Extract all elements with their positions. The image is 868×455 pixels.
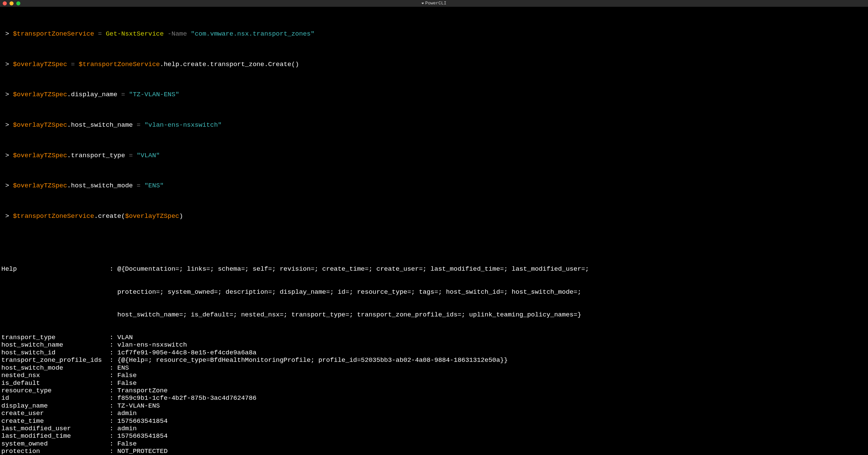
window-title: ❤ PowerCLI [421, 1, 446, 6]
output-kv-line: create_time : 1575663541854 [1, 417, 867, 425]
output-kv-line: last_modified_time : 1575663541854 [1, 432, 867, 440]
command-line: > $transportZoneService.create($overlayT… [1, 212, 867, 220]
close-button[interactable] [3, 1, 7, 5]
window-controls [3, 1, 20, 5]
heart-icon: ❤ [421, 1, 424, 6]
window-titlebar: ❤ PowerCLI [0, 0, 868, 7]
command-line: > $overlayTZSpec = $transportZoneService… [1, 61, 867, 68]
title-text: PowerCLI [425, 1, 446, 6]
output-kv-line: system_owned : False [1, 440, 867, 448]
output-kv-line: is_default : False [1, 379, 867, 387]
command-line: > $transportZoneService = Get-NsxtServic… [1, 30, 867, 38]
command-line: > $overlayTZSpec.transport_type = "VLAN" [1, 152, 867, 159]
output-kv-line: transport_type : VLAN [1, 334, 867, 341]
output-kv-line: id : f859c9b1-1cfe-4b2f-875b-3ac4d762478… [1, 394, 867, 402]
output-kv-line: host_switch_mode : ENS [1, 364, 867, 372]
command-line: > $overlayTZSpec.display_name = "TZ-VLAN… [1, 91, 867, 98]
output-kv-line: host_switch_id : 1cf7fe91-905e-44c8-8e15… [1, 349, 867, 356]
output-block: Help : @{Documentation=; links=; schema=… [1, 250, 867, 455]
output-line: Help : @{Documentation=; links=; schema=… [1, 265, 867, 273]
terminal-content[interactable]: > $transportZoneService = Get-NsxtServic… [0, 7, 868, 455]
output-kv-line: last_modified_user : admin [1, 425, 867, 432]
command-line: > $overlayTZSpec.host_switch_mode = "ENS… [1, 182, 867, 189]
output-kv-line: protection : NOT_PROTECTED [1, 448, 867, 455]
output-kv-line: transport_zone_profile_ids : {@{Help=; r… [1, 356, 867, 364]
output-line: protection=; system_owned=; description=… [1, 288, 867, 296]
output-kv-line: create_user : admin [1, 410, 867, 417]
minimize-button[interactable] [9, 1, 14, 5]
output-kv-line: display_name : TZ-VLAN-ENS [1, 402, 867, 410]
output-kv-line: host_switch_name : vlan-ens-nsxswitch [1, 341, 867, 349]
command-line: > $overlayTZSpec.host_switch_name = "vla… [1, 121, 867, 129]
output-line: host_switch_name=; is_default=; nested_n… [1, 311, 867, 318]
output-kv-line: resource_type : TransportZone [1, 387, 867, 394]
maximize-button[interactable] [16, 1, 20, 5]
output-kv-line: nested_nsx : False [1, 372, 867, 379]
